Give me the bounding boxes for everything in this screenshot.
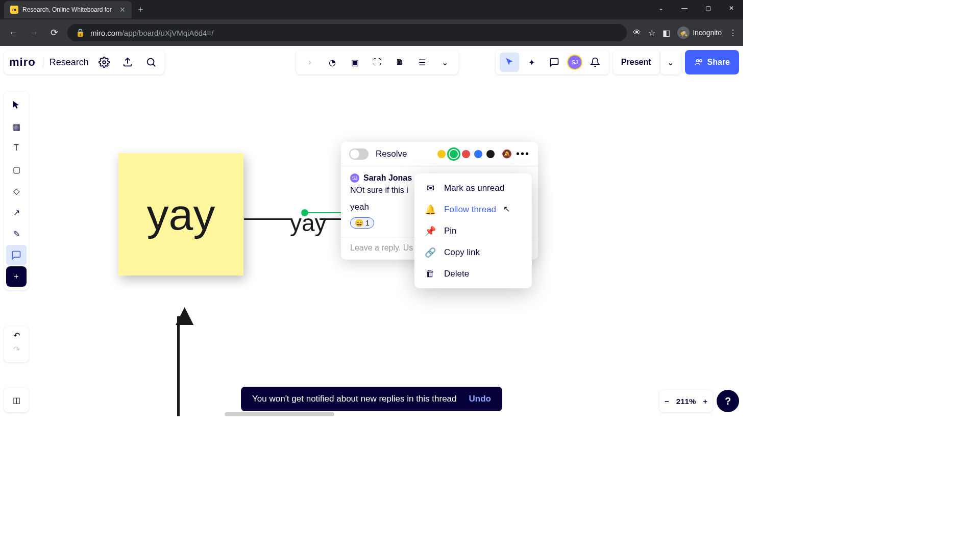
timer-icon[interactable]: ◔ bbox=[323, 53, 342, 72]
address-bar: ← → ⟳ 🔒 miro.com/app/board/uXjVMqiA6d4=/… bbox=[0, 19, 743, 46]
back-icon[interactable]: ← bbox=[6, 28, 20, 38]
board-name[interactable]: Research bbox=[43, 57, 89, 68]
template-tool[interactable]: ▦ bbox=[6, 116, 27, 137]
frame-icon[interactable]: ▣ bbox=[345, 53, 364, 72]
bell-icon[interactable] bbox=[585, 53, 605, 72]
star-icon[interactable]: ☆ bbox=[648, 28, 655, 38]
color-blue[interactable] bbox=[474, 150, 482, 158]
miro-app: yay yay ▲ miro Research › ◔ ▣ ⛶ 🗎 ☰ ⌄ ✦ … bbox=[0, 46, 743, 416]
kebab-icon[interactable]: ⋮ bbox=[729, 28, 737, 38]
chevron-down-icon[interactable]: ⌄ bbox=[435, 53, 454, 72]
reactions-icon[interactable]: ✦ bbox=[522, 53, 542, 72]
incognito-label: Incognito bbox=[693, 29, 722, 37]
present-button[interactable]: Present bbox=[613, 50, 659, 74]
reaction-chip[interactable]: 😄 1 bbox=[350, 217, 374, 229]
svg-point-2 bbox=[696, 60, 699, 62]
menu-copy-link[interactable]: 🔗 Copy link bbox=[414, 242, 532, 263]
connector-tool[interactable]: ↗ bbox=[6, 202, 27, 222]
lock-icon: 🔒 bbox=[76, 28, 85, 37]
incognito-chip: 🕵 Incognito bbox=[677, 27, 722, 39]
browser-tab[interactable]: m Research, Online Whiteboard for ✕ bbox=[4, 1, 132, 18]
arrow-head-icon[interactable]: ▲ bbox=[169, 297, 200, 332]
share-label: Share bbox=[707, 58, 730, 67]
header-right: ✦ SJ Present ⌄ Share bbox=[496, 50, 739, 74]
presentation-icon[interactable]: ⛶ bbox=[368, 53, 387, 72]
bell-icon: 🔔 bbox=[425, 204, 436, 215]
zoom-out-button[interactable]: − bbox=[665, 397, 669, 406]
color-yellow[interactable] bbox=[437, 150, 446, 158]
search-icon[interactable] bbox=[143, 54, 159, 70]
menu-label: Pin bbox=[444, 226, 457, 236]
color-black[interactable] bbox=[486, 150, 495, 158]
new-tab-button[interactable]: + bbox=[132, 5, 150, 15]
eye-off-icon[interactable]: 👁 bbox=[633, 28, 641, 37]
zoom-level[interactable]: 211% bbox=[676, 397, 696, 406]
share-button[interactable]: Share bbox=[685, 50, 739, 74]
shape-tool[interactable]: ◇ bbox=[6, 181, 27, 201]
add-tool[interactable]: + bbox=[6, 266, 27, 287]
note-icon[interactable]: 🗎 bbox=[390, 53, 409, 72]
people-icon bbox=[694, 58, 703, 67]
tab-title: Research, Online Whiteboard for bbox=[22, 6, 112, 13]
help-button[interactable]: ? bbox=[717, 390, 739, 412]
close-window-icon[interactable]: ✕ bbox=[720, 0, 743, 16]
zoom-in-button[interactable]: + bbox=[703, 397, 707, 406]
forward-icon[interactable]: → bbox=[27, 28, 41, 38]
color-green[interactable] bbox=[450, 150, 458, 158]
reload-icon[interactable]: ⟳ bbox=[47, 27, 61, 38]
bell-off-icon[interactable]: 🔕 bbox=[502, 149, 512, 159]
comment-avatar: SJ bbox=[350, 173, 359, 183]
present-dropdown[interactable]: ⌄ bbox=[660, 50, 681, 74]
minimize-icon[interactable]: ― bbox=[673, 0, 696, 16]
present-label: Present bbox=[621, 58, 651, 67]
redo-icon[interactable]: ↷ bbox=[13, 344, 20, 354]
gear-icon[interactable] bbox=[96, 54, 112, 70]
select-tool[interactable] bbox=[6, 95, 27, 115]
chevron-right-icon[interactable]: › bbox=[300, 53, 320, 72]
comment-icon[interactable] bbox=[545, 53, 564, 72]
url-field[interactable]: 🔒 miro.com/app/board/uXjVMqiA6d4=/ bbox=[67, 24, 627, 41]
document-icon[interactable]: ☰ bbox=[412, 53, 432, 72]
avatar[interactable]: SJ bbox=[567, 55, 582, 70]
color-red[interactable] bbox=[462, 150, 470, 158]
menu-mark-unread[interactable]: ✉ Mark as unread bbox=[414, 178, 532, 199]
url-domain: miro.com bbox=[90, 29, 122, 37]
comment-tool[interactable] bbox=[6, 245, 27, 265]
undo-icon[interactable]: ↶ bbox=[13, 331, 20, 340]
connector-line[interactable] bbox=[320, 218, 343, 220]
menu-label: Delete bbox=[444, 269, 469, 279]
pin-icon: 📌 bbox=[425, 226, 436, 237]
extension-icon[interactable]: ◧ bbox=[663, 28, 670, 38]
sticky-tool[interactable]: ▢ bbox=[6, 159, 27, 180]
mark-unread-icon: ✉ bbox=[425, 183, 436, 194]
menu-delete[interactable]: 🗑 Delete bbox=[414, 263, 532, 284]
cursor-icon[interactable] bbox=[500, 53, 519, 72]
comment-popover-header: Resolve 🔕 ••• bbox=[341, 142, 538, 166]
undo-redo-panel: ↶ ↷ bbox=[4, 327, 29, 362]
sticky-note[interactable]: yay bbox=[118, 153, 243, 276]
header-left: miro Research bbox=[4, 50, 164, 74]
toast-undo-button[interactable]: Undo bbox=[469, 394, 491, 404]
menu-follow-thread[interactable]: 🔔 Follow thread bbox=[414, 199, 532, 220]
menu-pin[interactable]: 📌 Pin bbox=[414, 220, 532, 242]
miro-logo[interactable]: miro bbox=[9, 56, 36, 69]
export-icon[interactable] bbox=[119, 54, 136, 70]
incognito-icon: 🕵 bbox=[677, 27, 690, 39]
chevron-down-icon[interactable]: ⌄ bbox=[649, 0, 673, 16]
svg-point-1 bbox=[147, 59, 154, 65]
resolve-toggle[interactable] bbox=[349, 148, 369, 160]
close-tab-icon[interactable]: ✕ bbox=[119, 6, 126, 14]
zoom-controls: − 211% + bbox=[659, 390, 713, 412]
menu-label: Follow thread bbox=[444, 205, 496, 215]
more-icon[interactable]: ••• bbox=[516, 148, 530, 160]
collapse-toolbar-button[interactable]: ◫ bbox=[4, 388, 29, 412]
horizontal-scrollbar[interactable] bbox=[225, 412, 334, 416]
menu-label: Mark as unread bbox=[444, 183, 504, 193]
maximize-icon[interactable]: ▢ bbox=[696, 0, 720, 16]
connector-line[interactable] bbox=[244, 218, 291, 220]
toast: You won't get notified about new replies… bbox=[241, 387, 502, 411]
text-tool[interactable]: T bbox=[6, 138, 27, 158]
miro-favicon: m bbox=[10, 6, 18, 14]
arrow-shaft[interactable] bbox=[177, 316, 180, 416]
pen-tool[interactable]: ✎ bbox=[6, 223, 27, 244]
